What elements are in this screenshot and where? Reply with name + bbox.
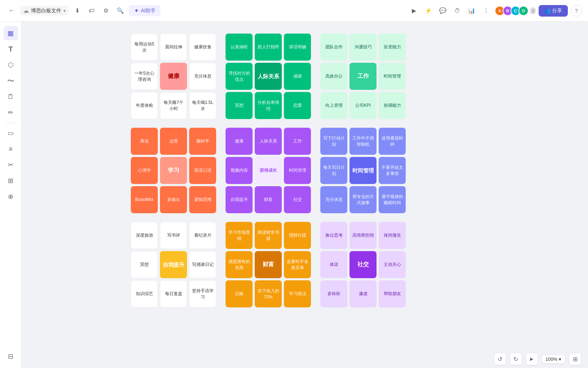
card-kpi[interactable]: 公司KPI [349,92,377,119]
action-button[interactable]: ⚡ [423,5,434,17]
card-work-purple[interactable]: 工作 [284,128,311,155]
card-write-plan[interactable]: 写下行动计划 [320,128,347,155]
card-listen[interactable]: 认真倾听 [226,34,253,61]
card-water[interactable]: 每天喝1.5L水 [189,92,216,119]
card-relationships-bold[interactable]: 人际关系 [255,63,282,90]
card-refuse[interactable]: 高情商拒绝 [349,222,377,249]
card-meditation-1[interactable]: 冥想 [226,92,253,119]
card-wealth-purple[interactable]: 财富 [255,186,282,213]
card-neuroscience[interactable]: 脑科学 [189,128,216,155]
card-time-mgmt[interactable]: 时间管理 [379,63,406,90]
share-button[interactable]: 👥 分享 [539,5,568,17]
card-work-bold[interactable]: 工作 [349,63,377,90]
card-perspective[interactable]: 换位思考 [320,222,347,249]
card-healthy-diet[interactable]: 健康饮食 [189,34,216,61]
more-button[interactable]: ⋮ [480,5,492,17]
card-pomodoro[interactable]: 使用番茄时钟 [379,128,406,155]
card-marketing[interactable]: 运营 [160,128,187,155]
card-dont-overspend[interactable]: 必要时不各善买单 [284,251,311,278]
card-help-friends[interactable]: 帮助朋友 [379,280,406,307]
card-growth[interactable]: 获得成长 [255,157,282,184]
card-output[interactable]: 多输出 [160,186,187,213]
card-smile[interactable]: 保持微笑 [379,222,406,249]
card-upward-manage[interactable]: 向上管理 [320,92,347,119]
card-health-bold[interactable]: 健康 [160,63,187,90]
card-sleep-schedule[interactable]: 遵守规律的睡眠时间 [379,186,406,213]
redo-button[interactable]: ↻ [510,353,522,365]
card-social-bold[interactable]: 社交 [349,251,377,278]
file-title-area[interactable]: ☁ 博思白板文件 ▾ [20,6,68,16]
card-analyze-inferiority[interactable]: 分析自卑情结 [255,92,282,119]
card-humble[interactable]: 谦虚 [349,280,377,307]
card-therapy[interactable]: 一年5次心理咨询 [131,63,158,90]
sidebar-shapes-btn[interactable]: ⬡ [4,58,18,72]
card-english[interactable]: 英语口语 [189,157,216,184]
card-speak-clearly[interactable]: 讲话明确 [284,34,311,61]
download-button[interactable]: ⬇ [71,5,83,17]
card-logic[interactable]: 逻辑思维 [189,186,216,213]
minimap-button[interactable]: ⊞ [569,353,581,365]
card-bookkeeping[interactable]: 记账 [226,280,253,307]
card-self-improve-bold[interactable]: 自我提升 [160,251,187,278]
sidebar-cut-btn[interactable]: ✂ [4,158,18,172]
sidebar-grid-btn[interactable]: ⊞ [4,174,18,188]
comment-button[interactable]: 💬 [437,5,449,17]
card-sleep[interactable]: 每天睡7个小时 [160,92,187,119]
ai-assistant-button[interactable]: ✦ AI助手 [129,5,161,16]
card-professional[interactable]: 用专业的方式做事 [349,186,377,213]
card-psychology[interactable]: 心理学 [131,157,158,184]
sidebar-table-btn[interactable]: ≡ [4,142,18,156]
card-variety-show[interactable]: 知识综艺 [131,280,158,307]
card-full-rest[interactable]: 充分休息 [320,186,347,213]
card-rest[interactable]: 充分休息 [189,63,216,90]
card-self-improve-purple[interactable]: 自我提升 [226,186,253,213]
card-gratitude-diary[interactable]: 写感谢日记 [189,251,216,278]
card-find-merit[interactable]: 寻找对方的优点 [226,63,253,90]
zoom-control[interactable]: 100% ▾ [542,355,565,363]
search-button[interactable]: 🔍 [115,5,126,17]
tag-button[interactable]: 🏷 [86,5,97,17]
card-adaptability[interactable]: 应变能力 [379,34,406,61]
card-meditation-2[interactable]: 冥想 [131,251,158,278]
card-be-grateful[interactable]: 感恩拥有的东西 [226,251,253,278]
card-empathy[interactable]: 体谅 [320,251,347,278]
card-business[interactable]: 商业 [131,128,158,155]
card-teamwork[interactable]: 团队合作 [320,34,347,61]
sidebar-frames-btn[interactable]: ▦ [4,26,18,40]
canvas[interactable]: 每周运动5次 晨间拉伸 健康饮食 认真倾听 跟人打招呼 讲话明确 团队合作 沟通… [22,22,588,368]
card-boardmix[interactable]: BoardMix [131,186,158,213]
sidebar-lines-btn[interactable]: 〜 [4,74,18,88]
card-greet[interactable]: 跟人打招呼 [255,34,282,61]
card-sign-language[interactable]: 坚持手语学习 [189,280,216,307]
card-finance-books[interactable]: 阅读财管书籍 [255,222,282,249]
sidebar-collapse-btn[interactable]: ⊟ [4,349,18,364]
timer-button[interactable]: ⏱ [451,5,463,17]
card-time-mgmt-purple[interactable]: 时间管理 [284,157,311,184]
play-button[interactable]: ▶ [408,5,420,17]
card-wealth-bold[interactable]: 财富 [255,251,282,278]
undo-button[interactable]: ↺ [494,353,506,365]
card-weekly-exercise[interactable]: 每周运动5次 [131,34,158,61]
card-relationships-purple[interactable]: 人际关系 [255,128,282,155]
card-dont-start-too-much[interactable]: 不要开始太多事情 [379,157,406,184]
card-travel[interactable]: 深度旅游 [131,222,158,249]
card-proactive-care[interactable]: 主动关心 [379,251,406,278]
card-daily-review[interactable]: 每日复盘 [160,280,187,307]
card-study-bold[interactable]: 学习 [160,157,187,184]
pointer-button[interactable]: ▶ [526,353,538,365]
card-morning-stretch[interactable]: 晨间拉伸 [160,34,187,61]
card-romance[interactable]: 恋爱 [284,92,311,119]
card-daily-plan[interactable]: 每天写日计划 [320,157,347,184]
card-listen-more[interactable]: 多聆听 [320,280,347,307]
card-efficient[interactable]: 高效办公 [320,63,347,90]
card-book-review[interactable]: 写书评 [160,222,187,249]
card-tax-law[interactable]: 学习税法 [284,280,311,307]
help-button[interactable]: ? [571,5,582,17]
settings-button[interactable]: ⚙ [100,5,112,17]
sidebar-sticky-btn[interactable]: 🗒 [4,89,18,104]
card-communication[interactable]: 沟通技巧 [349,34,377,61]
card-finance-club[interactable]: 理财社团 [284,222,311,249]
card-save70[interactable]: 存下收入的70% [255,280,282,307]
card-coordination[interactable]: 协调能力 [379,92,406,119]
card-video[interactable]: 视频内容 [226,157,253,184]
